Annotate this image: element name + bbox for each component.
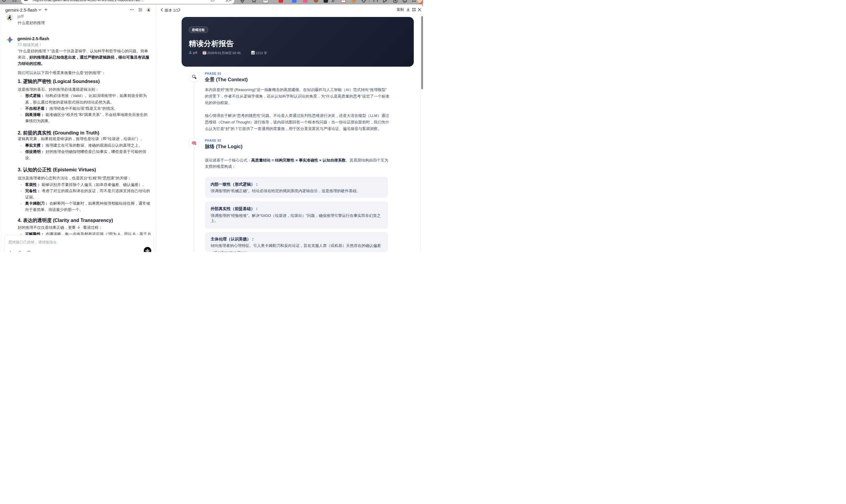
svg-text:17: 17: [203, 52, 206, 54]
